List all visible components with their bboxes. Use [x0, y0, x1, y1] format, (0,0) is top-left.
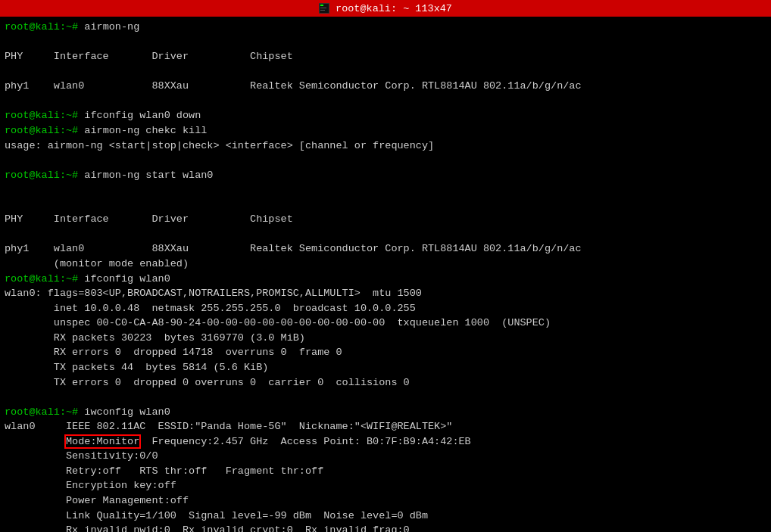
prompt: root@kali:~#: [5, 273, 84, 285]
terminal-line: unspec 00-C0-CA-A8-90-24-00-00-00-00-00-…: [5, 316, 766, 331]
title-bar: root@kali: ~ 113x47: [0, 0, 771, 17]
terminal-line: (monitor mode enabled): [5, 257, 766, 272]
terminal-line: RX errors 0 dropped 14718 overruns 0 fra…: [5, 345, 766, 360]
prompt: root@kali:~#: [5, 406, 84, 418]
command: airmon-ng start wlan0: [84, 170, 213, 181]
terminal-line: Power Management:off: [5, 493, 766, 509]
terminal-line: [5, 227, 766, 242]
terminal-line: phy1 wlan0 88XXau Realtek Semiconductor …: [5, 79, 766, 94]
terminal-line: [5, 94, 766, 109]
terminal-line: root@kali:~# airmon-ng: [5, 20, 766, 35]
prompt: root@kali:~#: [5, 21, 84, 33]
terminal-line: [5, 153, 766, 168]
terminal-line: root@kali:~# airmon-ng chekc kill: [5, 123, 766, 138]
terminal-line: [5, 390, 766, 405]
prompt: root@kali:~#: [5, 170, 84, 181]
terminal-line: wlan0: flags=803<UP,BROADCAST,NOTRAILERS…: [5, 286, 766, 301]
terminal-line: Encryption key:off: [5, 478, 766, 493]
command: airmon-ng chekc kill: [84, 125, 207, 136]
terminal-line: Retry:off RTS thr:off Fragment thr:off: [5, 464, 766, 479]
terminal-line: Mode:Monitor Frequency:2.457 GHz Access …: [5, 434, 766, 450]
terminal-line: wlan0 IEEE 802.11AC ESSID:"Panda Home-5G…: [5, 419, 766, 434]
terminal: root@kali:~# airmon-ng PHY Interface Dri…: [0, 17, 771, 532]
command: iwconfig wlan0: [84, 406, 170, 418]
terminal-line: TX errors 0 dropped 0 overruns 0 carrier…: [5, 375, 766, 390]
terminal-line: [5, 64, 766, 79]
terminal-line: [5, 35, 766, 50]
terminal-line: [5, 198, 766, 213]
terminal-line: TX packets 44 bytes 5814 (5.6 KiB): [5, 360, 766, 375]
command: airmon-ng: [84, 21, 139, 33]
terminal-line: phy1 wlan0 88XXau Realtek Semiconductor …: [5, 241, 766, 257]
svg-rect-3: [320, 8, 326, 8]
terminal-line: Sensitivity:0/0: [5, 449, 766, 464]
terminal-line: usage: airmon-ng <start|stop|check> <int…: [5, 138, 766, 154]
terminal-line: Link Quality=1/100 Signal level=-99 dBm …: [5, 509, 766, 524]
prompt: root@kali:~#: [5, 110, 84, 121]
terminal-line: [5, 182, 766, 198]
svg-rect-4: [320, 10, 325, 11]
command: ifconfig wlan0: [84, 273, 170, 285]
terminal-line: Rx invalid nwid:0 Rx invalid crypt:0 Rx …: [5, 523, 766, 532]
prompt: root@kali:~#: [5, 125, 84, 136]
terminal-line: root@kali:~# ifconfig wlan0 down: [5, 108, 766, 123]
terminal-icon: [319, 3, 329, 14]
terminal-line: RX packets 30223 bytes 3169770 (3.0 MiB): [5, 331, 766, 346]
svg-rect-2: [320, 5, 323, 6]
terminal-line: root@kali:~# airmon-ng start wlan0: [5, 168, 766, 183]
terminal-line: inet 10.0.0.48 netmask 255.255.255.0 bro…: [5, 301, 766, 316]
terminal-line: PHY Interface Driver Chipset: [5, 212, 766, 227]
terminal-line: root@kali:~# ifconfig wlan0: [5, 272, 766, 287]
command: ifconfig wlan0 down: [84, 110, 201, 121]
mode-monitor-highlight: Mode:Monitor: [66, 436, 139, 447]
terminal-line: root@kali:~# iwconfig wlan0: [5, 405, 766, 420]
terminal-line: PHY Interface Driver Chipset: [5, 49, 766, 64]
title-text: root@kali: ~ 113x47: [336, 3, 452, 14]
